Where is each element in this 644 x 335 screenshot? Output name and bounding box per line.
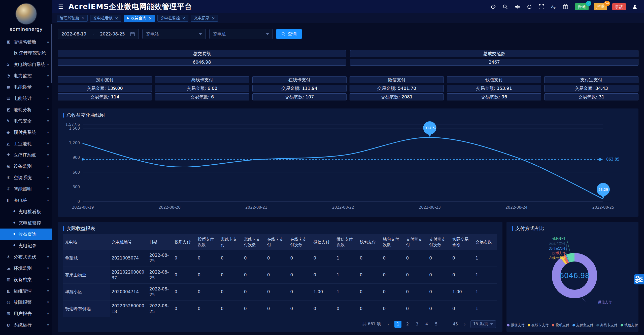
close-icon[interactable]: ×: [115, 16, 118, 21]
svg-text:900: 900: [73, 155, 80, 160]
svg-text:在线卡支付: 在线卡支付: [549, 256, 565, 260]
table-row[interactable]: 畅达峰东侧地202205260000182022-08-250000000000…: [63, 300, 497, 317]
table-cell: 1.00: [451, 283, 474, 300]
prev-page-icon[interactable]: ‹: [385, 321, 392, 327]
close-icon[interactable]: ×: [182, 16, 185, 21]
user-avatar[interactable]: [16, 4, 37, 24]
close-icon[interactable]: ×: [212, 16, 215, 21]
pile-select[interactable]: 充电桩: [209, 29, 273, 39]
target-icon[interactable]: [490, 4, 496, 10]
sidebar-item[interactable]: ▥设备档案∨: [0, 274, 52, 285]
menu-toggle-icon[interactable]: ☰: [58, 4, 63, 10]
sidebar-item[interactable]: ▦电能质量∨: [0, 81, 52, 93]
table-cell: 1: [474, 283, 497, 300]
sidebar-item[interactable]: ▣管理驾驶舱∧: [0, 36, 52, 47]
fullscreen-icon[interactable]: [538, 4, 545, 10]
account-icon[interactable]: [631, 4, 638, 10]
sidebar-item[interactable]: ◉设备监测∨: [0, 161, 52, 172]
sidebar-item[interactable]: ▧用户报告∨: [0, 308, 52, 319]
gift-icon[interactable]: [562, 4, 569, 10]
revenue-line-chart[interactable]: 03006009001,2001,5001,577.62022-08-19202…: [63, 120, 633, 213]
svg-text:投币支付: 投币支付: [552, 251, 565, 255]
legend-item[interactable]: 钱包支付: [621, 323, 638, 327]
sidebar-item[interactable]: •充电桩监控: [0, 217, 52, 229]
chevron-down-icon: [266, 33, 269, 35]
refresh-icon[interactable]: [526, 4, 533, 10]
table-row[interactable]: 花果山物业202102200000372022-08-2500000001000…: [63, 267, 497, 283]
sidebar-item[interactable]: ◔电力监控∨: [0, 70, 52, 81]
page-number[interactable]: 2: [404, 321, 411, 328]
sidebar-item-label: 预付费系统: [14, 129, 46, 135]
sidebar-item[interactable]: •充电桩看板: [0, 206, 52, 217]
search-icon: [281, 32, 286, 36]
table-cell: 0: [404, 300, 427, 317]
table-cell: 0: [312, 250, 335, 267]
close-icon[interactable]: ×: [82, 16, 85, 21]
sidebar-item[interactable]: ✚医疗IT系统∨: [0, 149, 52, 161]
sidebar-item-label: 设备档案: [14, 277, 46, 283]
page-size-select[interactable]: 15 条/页: [470, 320, 496, 328]
page-number[interactable]: 45: [452, 321, 459, 328]
table-cell: 20220526000018: [110, 300, 148, 317]
sidebar-item[interactable]: ◩能耗分析∨: [0, 104, 52, 115]
sidebar-item[interactable]: ◧运维管理∨: [0, 285, 52, 296]
sidebar-item[interactable]: ↯电气安全∨: [0, 115, 52, 127]
alarm-chip-group: 普通7严重54事故: [574, 3, 626, 10]
audio-icon[interactable]: [514, 4, 521, 10]
sidebar-item[interactable]: ◆预付费系统∨: [0, 127, 52, 138]
summary-box: 总交易额6046.98: [58, 50, 346, 66]
sidebar-item[interactable]: 医院管理驾驶舱: [0, 47, 52, 59]
query-button[interactable]: 查询: [276, 29, 302, 39]
sidebar-item[interactable]: ☁环境监测∨: [0, 263, 52, 274]
sidebar-item[interactable]: ☀分布式光伏∨: [0, 251, 52, 263]
sidebar-item[interactable]: •收益查询: [0, 229, 52, 240]
tab-item[interactable]: 收益查询×: [124, 15, 155, 22]
station-select[interactable]: 充电站: [142, 29, 206, 39]
sidebar-item[interactable]: ☼智能照明∨: [0, 183, 52, 195]
sidebar-item[interactable]: ◭工业能耗∨: [0, 138, 52, 149]
sidebar-scrollbar[interactable]: [51, 24, 52, 83]
tab-item[interactable]: 充电桩看板×: [90, 15, 121, 22]
table-cell: 0: [427, 283, 451, 300]
settings-float-button[interactable]: [634, 274, 644, 284]
page-number[interactable]: 5: [433, 321, 440, 328]
svg-text:300: 300: [73, 185, 80, 189]
translate-icon[interactable]: A文: [550, 4, 557, 10]
page-number[interactable]: 3: [414, 321, 421, 328]
sidebar-item[interactable]: •充电记录: [0, 240, 52, 251]
tab-item[interactable]: 充电桩监控×: [157, 15, 188, 22]
page-number[interactable]: 1: [394, 321, 401, 328]
industrial-energy-icon: ◭: [7, 141, 14, 146]
page-number[interactable]: 4: [423, 321, 430, 328]
table-cell: 0: [404, 283, 427, 300]
tab-item[interactable]: 管理驾驶舱×: [57, 15, 88, 22]
next-page-icon[interactable]: ›: [461, 321, 468, 327]
sidebar-item[interactable]: ⌂变电站综自系统∨: [0, 59, 52, 70]
sidebar-item[interactable]: ▮充电桩∧: [0, 195, 52, 206]
close-icon[interactable]: ×: [149, 16, 152, 21]
search-icon[interactable]: [502, 4, 509, 10]
legend-item[interactable]: 投币支付: [552, 323, 569, 327]
legend-item[interactable]: 在线卡支付: [528, 323, 549, 327]
table-cell: 0: [312, 300, 335, 317]
svg-text:1,577.6: 1,577.6: [65, 122, 80, 127]
sidebar-item[interactable]: ◐系统运行∨: [0, 319, 52, 330]
topbar-actions: A文 普通7严重54事故: [490, 3, 638, 10]
svg-text:2022-08-19: 2022-08-19: [72, 205, 94, 210]
date-range-input[interactable]: 2022-08-19 ~ 2022-08-25: [58, 29, 139, 39]
alarm-chip[interactable]: 事故: [612, 3, 626, 10]
chevron-down-icon: ∨: [47, 323, 49, 327]
sidebar-item[interactable]: ✻空调系统∨: [0, 172, 52, 183]
tab-item[interactable]: 充电记录×: [191, 15, 218, 22]
table-row[interactable]: 华苑小区20200047142022-08-250000001.00100001…: [63, 283, 497, 300]
legend-item[interactable]: 离线卡支付: [596, 323, 617, 327]
legend-item[interactable]: 支付宝支付: [572, 323, 593, 327]
chevron-down-icon: ∨: [47, 119, 49, 123]
sidebar-item[interactable]: ▤电能统计∨: [0, 93, 52, 104]
table-row[interactable]: 希望城20210050742022-08-2500000001000001: [63, 250, 497, 267]
payment-share-donut-chart[interactable]: 6046.98微信支付钱包支付离线卡支付支付宝支付投币支付在线卡支付: [512, 232, 633, 311]
legend-item[interactable]: 微信支付: [507, 323, 524, 327]
sidebar-item[interactable]: ◎故障报警∨: [0, 296, 52, 308]
power-monitor-icon: ◔: [7, 73, 14, 78]
table-cell: 0: [358, 283, 381, 300]
